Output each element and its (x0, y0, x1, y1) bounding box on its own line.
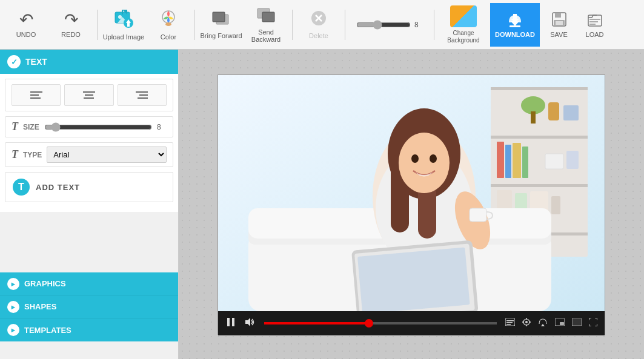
progress-bar[interactable] (264, 322, 497, 324)
svg-rect-32 (84, 97, 94, 99)
progress-knob (365, 319, 373, 328)
svg-rect-74 (232, 318, 234, 326)
svg-marker-17 (511, 21, 519, 26)
airplay-button[interactable] (538, 318, 548, 328)
shapes-panel-header[interactable]: ► SHAPES (0, 295, 178, 318)
text-panel-header[interactable]: ✓ TEXT (0, 50, 178, 74)
canvas-area[interactable] (179, 50, 644, 359)
font-type-icon: T (12, 148, 18, 161)
templates-label: TEMPLATES (24, 326, 71, 335)
delete-button[interactable]: Delete (297, 3, 340, 47)
undo-label: UNDO (16, 31, 36, 38)
align-right-button[interactable] (118, 84, 167, 106)
font-size-icon: T (12, 120, 18, 133)
progress-fill (264, 322, 369, 324)
templates-panel-toggle[interactable]: ► (7, 324, 19, 336)
size-label: SIZE (23, 123, 39, 131)
svg-point-3 (118, 15, 122, 19)
svg-rect-45 (548, 102, 559, 120)
upload-image-icon (114, 8, 133, 31)
fullscreen-button[interactable] (589, 318, 597, 328)
svg-rect-82 (526, 318, 527, 320)
svg-rect-22 (556, 21, 563, 25)
divider-3 (292, 10, 293, 40)
color-icon (159, 8, 178, 31)
svg-rect-88 (560, 322, 564, 325)
alignment-row (5, 79, 173, 111)
sidebar: ✓ TEXT (0, 50, 179, 359)
volume-button[interactable] (242, 316, 257, 330)
text-panel-label: TEXT (25, 57, 47, 67)
save-label: SAVE (550, 31, 568, 38)
graphics-panel-toggle[interactable]: ► (7, 278, 19, 290)
svg-rect-31 (85, 94, 93, 96)
svg-rect-33 (136, 91, 148, 93)
svg-rect-44 (531, 111, 536, 124)
svg-rect-34 (139, 94, 148, 96)
svg-rect-50 (522, 147, 528, 178)
text-panel-content: T SIZE 8 T TYPE Arial Times New Roman Ve… (0, 74, 178, 212)
load-button[interactable]: LOAD (578, 3, 611, 47)
send-backward-icon (256, 6, 276, 26)
svg-rect-49 (513, 143, 521, 178)
color-button[interactable]: Color (147, 3, 190, 47)
svg-rect-85 (529, 321, 531, 323)
type-row: T TYPE Arial Times New Roman Verdana Geo… (5, 142, 173, 167)
upload-image-button[interactable]: Upload Image (102, 3, 145, 47)
redo-icon: ↷ (64, 12, 78, 28)
graphics-panel-header[interactable]: ► GRAPHICS (0, 272, 178, 295)
undo-button[interactable]: ↶ UNDO (5, 3, 47, 47)
svg-rect-10 (213, 12, 225, 22)
shapes-label: SHAPES (24, 302, 56, 311)
load-label: LOAD (586, 31, 604, 38)
download-button[interactable]: DOWNLOAD (490, 3, 540, 47)
scene-svg (218, 75, 605, 311)
add-text-row[interactable]: T ADD TEXT (5, 172, 173, 202)
svg-rect-39 (491, 87, 588, 90)
delete-icon (310, 10, 327, 30)
svg-rect-84 (522, 321, 524, 323)
zoom-slider-area: 8 (350, 20, 429, 30)
align-left-button[interactable] (12, 84, 61, 106)
svg-point-67 (430, 154, 437, 163)
save-button[interactable]: SAVE (542, 3, 576, 47)
svg-rect-79 (506, 324, 511, 325)
bring-forward-button[interactable]: Bring Forward (200, 3, 242, 47)
font-select[interactable]: Arial Times New Roman Verdana Georgia Co… (47, 147, 167, 163)
caption-button[interactable] (505, 318, 515, 328)
settings-button[interactable] (522, 318, 531, 328)
svg-rect-90 (573, 319, 581, 325)
sidebar-spacer (0, 212, 178, 272)
text-panel-toggle[interactable]: ✓ (7, 55, 21, 68)
svg-rect-41 (491, 184, 588, 187)
svg-marker-86 (541, 324, 545, 326)
pause-button[interactable] (224, 316, 237, 330)
theater-button[interactable] (572, 318, 582, 328)
shapes-panel-toggle[interactable]: ► (7, 301, 19, 313)
send-backward-button[interactable]: Send Backward (245, 3, 287, 47)
bring-forward-icon (211, 10, 231, 30)
bring-forward-label: Bring Forward (200, 32, 242, 39)
zoom-slider[interactable] (356, 20, 411, 30)
svg-marker-75 (245, 318, 250, 326)
video-container (217, 74, 605, 335)
change-background-button[interactable]: ChangeBackground (439, 3, 488, 47)
svg-rect-28 (30, 94, 39, 96)
svg-point-65 (399, 133, 450, 193)
divider-2 (194, 10, 195, 40)
redo-button[interactable]: ↷ REDO (50, 3, 92, 47)
align-center-button[interactable] (64, 84, 113, 106)
color-label: Color (161, 33, 176, 41)
load-icon (587, 12, 603, 28)
svg-rect-77 (506, 320, 514, 321)
templates-panel-header[interactable]: ► TEMPLATES (0, 318, 178, 341)
svg-point-81 (525, 321, 528, 323)
svg-rect-83 (526, 324, 527, 326)
miniplayer-button[interactable] (555, 318, 565, 328)
font-size-slider[interactable] (44, 122, 152, 132)
svg-rect-12 (262, 12, 274, 22)
svg-rect-16 (513, 14, 517, 22)
toolbar: ↶ UNDO ↷ REDO Upload Image (0, 0, 644, 50)
svg-rect-29 (30, 97, 41, 99)
svg-rect-52 (566, 151, 579, 169)
